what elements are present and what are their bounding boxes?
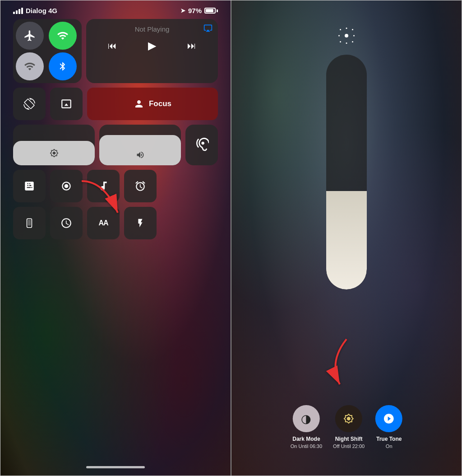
bluetooth-button[interactable] [49, 52, 77, 80]
sun-center [345, 34, 348, 37]
left-panel: Dialog 4G ➤ 97% [0, 0, 231, 476]
display-controls: ◑ Dark Mode On Until 06:30 Night Shift O… [291, 405, 402, 449]
signal-bars [13, 8, 23, 14]
music-player: Not Playing ⏮ ▶ ⏭ [86, 19, 218, 83]
volume-icon [136, 150, 145, 162]
signal-bar-4 [21, 8, 23, 14]
tools-row-2: AA [13, 207, 218, 239]
airplane-mode-button[interactable] [16, 22, 44, 50]
connectivity-grid [13, 19, 82, 83]
battery-percent: 97% [188, 7, 202, 14]
wifi-button[interactable] [16, 52, 44, 80]
focus-button[interactable]: Focus [87, 88, 218, 120]
signal-bar-2 [16, 10, 18, 14]
screen-time-button[interactable] [50, 207, 83, 239]
text-size-button[interactable]: AA [87, 207, 120, 239]
status-bar: Dialog 4G ➤ 97% [0, 0, 231, 19]
night-shift-button[interactable]: Night Shift Off Until 22:00 [333, 405, 365, 449]
status-left: Dialog 4G [13, 7, 57, 14]
location-icon: ➤ [180, 7, 185, 14]
airplay-icon[interactable] [203, 23, 213, 34]
sun-dots-container [338, 28, 355, 44]
now-playing-title: Not Playing [92, 25, 212, 33]
music-next-button[interactable]: ⏭ [187, 41, 196, 51]
flashlight-button[interactable] [124, 207, 157, 239]
focus-label: Focus [149, 99, 171, 108]
true-tone-label: True Tone On [376, 436, 402, 449]
calculator-button[interactable] [13, 170, 46, 202]
brightness-slider-fill [326, 191, 367, 289]
brightness-slider-large[interactable] [326, 55, 367, 289]
battery-fill [206, 9, 213, 12]
brightness-icon [50, 149, 59, 160]
sound-recognition-button[interactable] [87, 170, 120, 202]
dark-mode-label: Dark Mode On Until 06:30 [291, 436, 322, 449]
brightness-slider[interactable] [13, 125, 95, 165]
screen-orientation-button[interactable] [13, 207, 46, 239]
text-size-label: AA [98, 219, 108, 227]
true-tone-button[interactable]: True Tone On [375, 405, 402, 449]
dark-mode-icon: ◑ [301, 412, 311, 426]
svg-point-1 [65, 184, 69, 188]
control-center: Not Playing ⏮ ▶ ⏭ Focus [0, 19, 231, 239]
signal-bar-3 [18, 9, 20, 14]
signal-bar-1 [13, 12, 15, 14]
alarm-clock-button[interactable] [124, 170, 157, 202]
svg-rect-3 [28, 219, 31, 225]
battery-tip [217, 9, 218, 12]
screen-record-button[interactable] [50, 170, 83, 202]
home-indicator [86, 466, 145, 468]
volume-slider[interactable] [99, 125, 181, 165]
dark-mode-button[interactable]: ◑ Dark Mode On Until 06:30 [291, 405, 322, 449]
screen-rotation-button[interactable] [13, 88, 46, 120]
slider-row [13, 125, 218, 165]
sun-indicator [338, 28, 355, 44]
music-prev-button[interactable]: ⏮ [108, 41, 117, 51]
cellular-data-button[interactable] [49, 22, 77, 50]
right-panel: ◑ Dark Mode On Until 06:30 Night Shift O… [231, 0, 462, 476]
screen-mirror-button[interactable] [50, 88, 83, 120]
dark-mode-circle[interactable]: ◑ [293, 405, 320, 432]
music-play-button[interactable]: ▶ [148, 39, 156, 52]
top-row: Not Playing ⏮ ▶ ⏭ [13, 19, 218, 83]
carrier-label: Dialog 4G [26, 7, 57, 14]
tools-row-1 [13, 170, 218, 202]
night-shift-label: Night Shift Off Until 22:00 [333, 436, 365, 449]
battery-icon [204, 8, 218, 14]
battery-body [204, 8, 216, 14]
mid-row: Focus [13, 88, 218, 120]
true-tone-circle[interactable] [375, 405, 402, 432]
status-right: ➤ 97% [180, 7, 218, 14]
night-shift-circle[interactable] [335, 405, 362, 432]
hearing-button[interactable] [185, 125, 218, 165]
music-controls: ⏮ ▶ ⏭ [92, 39, 212, 52]
